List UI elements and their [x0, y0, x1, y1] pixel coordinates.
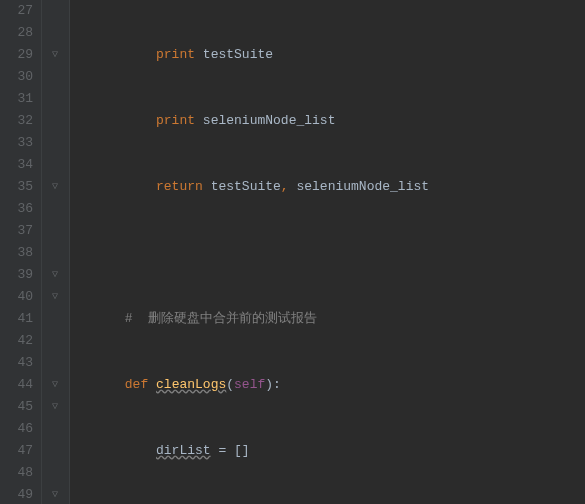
- code-line: [78, 242, 585, 264]
- line-number: 38: [0, 242, 33, 264]
- line-number: 45: [0, 396, 33, 418]
- line-number: 40: [0, 286, 33, 308]
- line-number: 32: [0, 110, 33, 132]
- fold-marker-icon[interactable]: ▽: [46, 398, 64, 416]
- line-number-gutter: 2728293031323334353637383940414243444546…: [0, 0, 42, 504]
- line-number: 28: [0, 22, 33, 44]
- line-number: 36: [0, 198, 33, 220]
- fold-marker-icon[interactable]: ▽: [46, 288, 64, 306]
- line-number: 31: [0, 88, 33, 110]
- fold-marker-icon[interactable]: ▽: [46, 486, 64, 504]
- line-number: 27: [0, 0, 33, 22]
- line-number: 43: [0, 352, 33, 374]
- code-line: print testSuite: [78, 44, 585, 66]
- code-line: # 删除硬盘中合并前的测试报告: [78, 308, 585, 330]
- line-number: 49: [0, 484, 33, 504]
- line-number: 41: [0, 308, 33, 330]
- line-number: 44: [0, 374, 33, 396]
- fold-marker-icon[interactable]: ▽: [46, 266, 64, 284]
- line-number: 42: [0, 330, 33, 352]
- line-number: 46: [0, 418, 33, 440]
- code-line: return testSuite, seleniumNode_list: [78, 176, 585, 198]
- code-line: dirList = []: [78, 440, 585, 462]
- line-number: 48: [0, 462, 33, 484]
- line-number: 37: [0, 220, 33, 242]
- code-area[interactable]: print testSuite print seleniumNode_list …: [70, 0, 585, 504]
- fold-marker-icon[interactable]: ▽: [46, 46, 64, 64]
- code-line: print seleniumNode_list: [78, 110, 585, 132]
- fold-marker-icon[interactable]: ▽: [46, 376, 64, 394]
- line-number: 39: [0, 264, 33, 286]
- line-number: 47: [0, 440, 33, 462]
- line-number: 35: [0, 176, 33, 198]
- code-editor[interactable]: 2728293031323334353637383940414243444546…: [0, 0, 585, 504]
- line-number: 29: [0, 44, 33, 66]
- fold-column: ▽▽▽▽▽▽▽: [42, 0, 70, 504]
- code-line: def cleanLogs(self):: [78, 374, 585, 396]
- line-number: 30: [0, 66, 33, 88]
- fold-marker-icon[interactable]: ▽: [46, 178, 64, 196]
- line-number: 34: [0, 154, 33, 176]
- line-number: 33: [0, 132, 33, 154]
